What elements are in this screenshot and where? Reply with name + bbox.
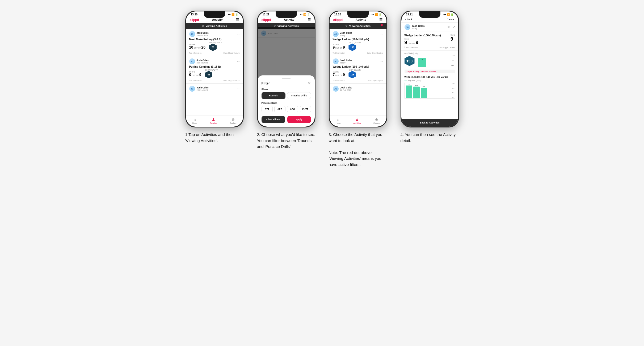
wifi-icon-2: 📶	[303, 13, 306, 16]
activity-card-1-1[interactable]: JC Josh Coles 28 Feb 2023 ··· Must Make …	[186, 29, 243, 56]
card-title-1-2: Putting Combine (3-15 ft)	[189, 65, 240, 68]
dashed-line-4	[405, 85, 455, 85]
user-name-3-2: Josh Coles	[340, 59, 352, 62]
dots-menu-3-3[interactable]: ···	[380, 87, 383, 91]
stat-row-1-1: 10 OUT OF 20	[189, 45, 205, 49]
battery-icon: 🔋	[235, 13, 238, 16]
avatar-1-3: JC	[189, 86, 195, 92]
rounds-toggle[interactable]: Rounds	[262, 92, 285, 99]
drill-arg[interactable]: ARG	[287, 106, 298, 112]
shots-val-3-1: 9	[343, 45, 345, 49]
avatar-1-1: JC	[189, 31, 195, 37]
card-stats-1-2: Score 0 OUT OF 9 Shot Quality 45	[189, 69, 240, 78]
filter-overlay[interactable]: Filter ✕ Show Rounds Practice Drills Pra…	[258, 27, 315, 127]
activity-card-1-3[interactable]: JC Josh Coles 28 Feb 2023 ···	[186, 84, 243, 95]
viewing-bar-text-2: Viewing Activities	[277, 24, 299, 27]
filter-close-button[interactable]: ✕	[308, 81, 311, 85]
dots-menu-3-1[interactable]: ···	[380, 32, 383, 36]
score-val-4: 9	[405, 40, 407, 45]
expand-icon-4[interactable]: ⤢	[452, 25, 455, 29]
user-info-1-3: Josh Coles 28 Feb 2023	[197, 86, 209, 91]
y-60: 60	[452, 97, 454, 98]
home-label-1: Home	[192, 122, 197, 124]
avg-sq-label-4: Avg Shot Quality	[405, 52, 455, 54]
logo-2: clippd	[262, 18, 271, 22]
card-footer-3-1: Test Information Data: Clippd Capture	[333, 52, 383, 54]
activities-icon-3: ♟	[355, 117, 359, 122]
tab-activities-1[interactable]: ♟ Activities	[210, 117, 217, 124]
stat-score-1-2: Score 0 OUT OF 9	[189, 71, 201, 76]
caption-2: 2. Choose what you'd like to see. You ca…	[257, 132, 315, 150]
status-time-4: 13:21	[406, 13, 413, 16]
phone-3-frame: 13:20 ▪▪▪ 📶 🔋 clippd Activity ☰ ⚙ Viewin…	[329, 11, 387, 127]
session-chart-4: 132 129 124	[405, 83, 455, 99]
cancel-button-4[interactable]: Cancel	[447, 18, 454, 21]
activity-card-3-1[interactable]: JC Josh Coles Today ··· Wedge Ladder (10…	[330, 29, 386, 56]
capture-icon-1: ⊕	[231, 117, 235, 122]
menu-icon-1[interactable]: ☰	[236, 18, 239, 22]
filter-icon-2: ⚙	[273, 24, 276, 27]
tab-activities-3[interactable]: ♟ Activities	[353, 117, 361, 124]
tab-capture-1[interactable]: ⊕ Capture	[230, 117, 237, 124]
activity-card-1-2[interactable]: JC Josh Coles 28 Feb 2023 ··· Putting Co…	[186, 56, 243, 84]
activity-card-3-3[interactable]: JC Josh Coles 28 Feb 2023 ···	[330, 84, 386, 95]
dots-menu-1-2[interactable]: ···	[237, 59, 239, 63]
chart-bar-2	[413, 87, 420, 98]
info-text-4: Test Information	[406, 46, 418, 48]
logo-1: clippd	[190, 18, 199, 22]
dots-menu-1-1[interactable]: ···	[237, 32, 239, 36]
back-to-activities-button[interactable]: Back to Activities	[401, 119, 458, 127]
viewing-bar-3[interactable]: ⚙ Viewing Activities	[330, 23, 386, 29]
signal-icon: ▪▪▪	[228, 13, 231, 16]
stat-sq-1-2: Shot Quality 45	[205, 69, 218, 78]
user-date-3-2: Today	[340, 62, 352, 64]
filter-icon-1: ⚙	[202, 24, 204, 27]
phone-1-screen: 13:20 ▪▪▪ 📶 🔋 clippd Activity ☰ ⚙ Vi	[186, 11, 243, 127]
chart-section-4: Avg Shot Quality 130 130 100 50	[401, 51, 458, 69]
menu-icon-2[interactable]: ☰	[308, 18, 311, 22]
phone-3-col: 13:20 ▪▪▪ 📶 🔋 clippd Activity ☰ ⚙ Viewin…	[326, 11, 390, 168]
card-stats-1-1: Score 10 OUT OF 20 Shot Quality 75	[189, 42, 240, 51]
tab-home-1[interactable]: ⌂ Home	[192, 117, 197, 124]
menu-icon-3[interactable]: ☰	[379, 18, 383, 22]
drill-putt[interactable]: PUTT	[300, 106, 311, 112]
score-inline-4: 9 OUT OF 9	[405, 40, 418, 45]
user-name-1-2: Josh Coles	[197, 59, 209, 62]
card-title-1-1: Must Make Putting (3-6 ft)	[189, 38, 240, 41]
phone-1-frame: 13:20 ▪▪▪ 📶 🔋 clippd Activity ☰ ⚙ Vi	[185, 11, 244, 127]
avatar-1-2: JC	[189, 58, 195, 64]
apply-button[interactable]: Apply	[287, 116, 311, 123]
dots-menu-3-2[interactable]: ···	[380, 59, 383, 63]
clear-filters-button[interactable]: Clear Filters	[262, 116, 285, 123]
info-icon-4: ℹ	[405, 46, 405, 48]
back-button-4[interactable]: < Back	[405, 18, 413, 21]
user-info-1-2: Josh Coles 28 Feb 2023	[197, 59, 209, 64]
session-subtitle-text-4: Avg Shot Quality	[408, 79, 422, 81]
sq-label-1-1: Shot Quality	[209, 42, 222, 44]
viewing-bar-text-1: Viewing Activities	[206, 24, 227, 27]
score-val-1-2: 0	[189, 73, 191, 76]
status-time-2: 13:21	[263, 13, 270, 16]
chart-bar-3	[421, 88, 427, 98]
dots-menu-1-3[interactable]: ···	[237, 87, 239, 91]
drills-toggle[interactable]: Practice Drills	[287, 92, 311, 99]
drill-ott[interactable]: OTT	[262, 106, 273, 112]
capture-text-4: Data: Clippd Capture	[439, 46, 455, 48]
detail-title-row: Wedge Ladder (100–140 yds) Score 9 OUT O…	[405, 34, 455, 45]
signal-icon-2: ▪▪▪	[300, 13, 302, 16]
bar-group-2: 129	[413, 85, 420, 98]
shots-val-1-1: 20	[201, 45, 205, 49]
caption-4: 4. You can then see the Activity detail.	[401, 132, 459, 144]
phone-notch-3	[347, 11, 369, 18]
viewing-bar-1[interactable]: ⚙ Viewing Activities	[186, 23, 243, 29]
edit-icon-4[interactable]: ✏	[448, 25, 450, 29]
drill-app[interactable]: APP	[274, 106, 285, 112]
detail-user-date-4: Today	[412, 27, 425, 30]
tab-capture-3[interactable]: ⊕ Capture	[373, 117, 380, 124]
activity-card-3-2[interactable]: JC Josh Coles Today ··· Wedge Ladder (10…	[330, 56, 386, 84]
tab-home-3[interactable]: ⌂ Home	[336, 117, 341, 124]
activities-label-3: Activities	[353, 122, 361, 124]
capture-label-1: Capture	[230, 122, 237, 124]
battery-icon-2: 🔋	[307, 13, 310, 16]
viewing-bar-text-3: Viewing Activities	[349, 24, 371, 27]
